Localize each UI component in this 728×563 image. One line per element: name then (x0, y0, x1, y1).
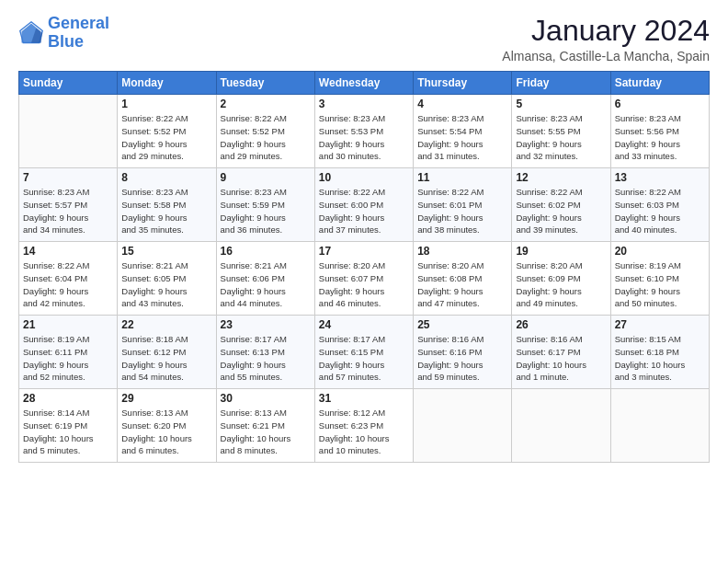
day-number: 23 (221, 318, 311, 331)
day-number: 30 (221, 392, 311, 405)
day-number: 4 (417, 98, 507, 110)
day-cell: 22Sunrise: 8:18 AM Sunset: 6:12 PM Dayli… (118, 316, 216, 389)
week-row-1: 1Sunrise: 8:22 AM Sunset: 5:52 PM Daylig… (19, 95, 710, 168)
col-saturday: Saturday (610, 72, 709, 95)
day-number: 22 (121, 318, 211, 331)
day-info: Sunrise: 8:23 AM Sunset: 5:53 PM Dayligh… (319, 112, 409, 163)
day-info: Sunrise: 8:23 AM Sunset: 5:59 PM Dayligh… (221, 186, 311, 236)
day-number: 7 (23, 171, 113, 184)
day-cell: 1Sunrise: 8:22 AM Sunset: 5:52 PM Daylig… (118, 95, 216, 168)
day-cell: 28Sunrise: 8:14 AM Sunset: 6:19 PM Dayli… (19, 389, 118, 463)
day-number: 15 (121, 245, 211, 258)
day-info: Sunrise: 8:22 AM Sunset: 6:01 PM Dayligh… (417, 186, 507, 236)
day-number: 16 (221, 245, 311, 258)
page: General Blue January 2024 Almansa, Casti… (0, 0, 728, 472)
day-cell: 18Sunrise: 8:20 AM Sunset: 6:08 PM Dayli… (414, 242, 512, 316)
day-number: 25 (417, 318, 507, 331)
day-number: 18 (417, 245, 507, 258)
day-cell: 30Sunrise: 8:13 AM Sunset: 6:21 PM Dayli… (216, 389, 314, 463)
day-cell: 31Sunrise: 8:12 AM Sunset: 6:23 PM Dayli… (314, 389, 413, 463)
day-info: Sunrise: 8:21 AM Sunset: 6:05 PM Dayligh… (121, 259, 211, 310)
day-info: Sunrise: 8:18 AM Sunset: 6:12 PM Dayligh… (121, 333, 211, 384)
week-row-3: 14Sunrise: 8:22 AM Sunset: 6:04 PM Dayli… (19, 242, 710, 316)
col-sunday: Sunday (19, 72, 118, 95)
day-number: 2 (221, 98, 311, 110)
day-cell: 14Sunrise: 8:22 AM Sunset: 6:04 PM Dayli… (19, 242, 118, 316)
day-info: Sunrise: 8:17 AM Sunset: 6:15 PM Dayligh… (319, 333, 409, 384)
day-info: Sunrise: 8:13 AM Sunset: 6:21 PM Dayligh… (221, 407, 311, 457)
day-cell: 12Sunrise: 8:22 AM Sunset: 6:02 PM Dayli… (512, 168, 610, 242)
day-info: Sunrise: 8:22 AM Sunset: 6:00 PM Dayligh… (319, 186, 409, 236)
day-cell: 5Sunrise: 8:23 AM Sunset: 5:55 PM Daylig… (512, 95, 610, 168)
day-cell: 4Sunrise: 8:23 AM Sunset: 5:54 PM Daylig… (414, 95, 512, 168)
day-number: 8 (121, 171, 211, 184)
day-number: 20 (615, 245, 705, 258)
day-info: Sunrise: 8:16 AM Sunset: 6:16 PM Dayligh… (417, 333, 507, 384)
day-cell: 13Sunrise: 8:22 AM Sunset: 6:03 PM Dayli… (610, 168, 709, 242)
day-info: Sunrise: 8:12 AM Sunset: 6:23 PM Dayligh… (319, 407, 409, 457)
week-row-2: 7Sunrise: 8:23 AM Sunset: 5:57 PM Daylig… (19, 168, 710, 242)
day-number: 21 (23, 318, 113, 331)
day-cell: 2Sunrise: 8:22 AM Sunset: 5:52 PM Daylig… (216, 95, 314, 168)
day-cell: 10Sunrise: 8:22 AM Sunset: 6:00 PM Dayli… (314, 168, 413, 242)
week-row-5: 28Sunrise: 8:14 AM Sunset: 6:19 PM Dayli… (19, 389, 710, 463)
day-info: Sunrise: 8:22 AM Sunset: 6:04 PM Dayligh… (23, 259, 113, 310)
day-info: Sunrise: 8:22 AM Sunset: 6:03 PM Dayligh… (615, 186, 705, 236)
day-number: 26 (516, 318, 606, 331)
day-info: Sunrise: 8:13 AM Sunset: 6:20 PM Dayligh… (121, 407, 211, 457)
day-number: 17 (319, 245, 409, 258)
day-info: Sunrise: 8:23 AM Sunset: 5:55 PM Dayligh… (516, 112, 606, 163)
day-cell: 20Sunrise: 8:19 AM Sunset: 6:10 PM Dayli… (610, 242, 709, 316)
day-info: Sunrise: 8:22 AM Sunset: 6:02 PM Dayligh… (516, 186, 606, 236)
month-title: January 2024 (502, 15, 710, 47)
day-number: 9 (221, 171, 311, 184)
day-info: Sunrise: 8:23 AM Sunset: 5:57 PM Dayligh… (23, 186, 113, 236)
day-cell: 8Sunrise: 8:23 AM Sunset: 5:58 PM Daylig… (118, 168, 216, 242)
day-number: 29 (121, 392, 211, 405)
day-number: 31 (319, 392, 409, 405)
day-cell: 26Sunrise: 8:16 AM Sunset: 6:17 PM Dayli… (512, 316, 610, 389)
week-row-4: 21Sunrise: 8:19 AM Sunset: 6:11 PM Dayli… (19, 316, 710, 389)
day-info: Sunrise: 8:20 AM Sunset: 6:07 PM Dayligh… (319, 259, 409, 310)
day-number: 27 (615, 318, 705, 331)
day-cell: 19Sunrise: 8:20 AM Sunset: 6:09 PM Dayli… (512, 242, 610, 316)
day-number: 19 (516, 245, 606, 258)
day-cell (610, 389, 709, 463)
day-info: Sunrise: 8:20 AM Sunset: 6:09 PM Dayligh… (516, 259, 606, 310)
day-number: 13 (615, 171, 705, 184)
day-info: Sunrise: 8:21 AM Sunset: 6:06 PM Dayligh… (221, 259, 311, 310)
header: General Blue January 2024 Almansa, Casti… (18, 15, 710, 63)
day-info: Sunrise: 8:15 AM Sunset: 6:18 PM Dayligh… (615, 333, 705, 384)
day-number: 1 (121, 98, 211, 110)
day-number: 3 (319, 98, 409, 110)
day-number: 12 (516, 171, 606, 184)
title-block: January 2024 Almansa, Castille-La Mancha… (502, 15, 710, 63)
day-cell (512, 389, 610, 463)
col-tuesday: Tuesday (216, 72, 314, 95)
day-cell: 3Sunrise: 8:23 AM Sunset: 5:53 PM Daylig… (314, 95, 413, 168)
day-info: Sunrise: 8:20 AM Sunset: 6:08 PM Dayligh… (417, 259, 507, 310)
col-wednesday: Wednesday (314, 72, 413, 95)
day-cell: 29Sunrise: 8:13 AM Sunset: 6:20 PM Dayli… (118, 389, 216, 463)
day-cell (414, 389, 512, 463)
day-info: Sunrise: 8:14 AM Sunset: 6:19 PM Dayligh… (23, 407, 113, 457)
day-cell: 21Sunrise: 8:19 AM Sunset: 6:11 PM Dayli… (19, 316, 118, 389)
day-number: 5 (516, 98, 606, 110)
day-cell: 9Sunrise: 8:23 AM Sunset: 5:59 PM Daylig… (216, 168, 314, 242)
day-info: Sunrise: 8:22 AM Sunset: 5:52 PM Dayligh… (221, 112, 311, 163)
day-cell: 11Sunrise: 8:22 AM Sunset: 6:01 PM Dayli… (414, 168, 512, 242)
day-info: Sunrise: 8:19 AM Sunset: 6:11 PM Dayligh… (23, 333, 113, 384)
day-cell: 16Sunrise: 8:21 AM Sunset: 6:06 PM Dayli… (216, 242, 314, 316)
calendar-table: Sunday Monday Tuesday Wednesday Thursday… (18, 71, 710, 463)
col-friday: Friday (512, 72, 610, 95)
day-number: 24 (319, 318, 409, 331)
day-info: Sunrise: 8:23 AM Sunset: 5:54 PM Dayligh… (417, 112, 507, 163)
day-info: Sunrise: 8:19 AM Sunset: 6:10 PM Dayligh… (615, 259, 705, 310)
day-info: Sunrise: 8:17 AM Sunset: 6:13 PM Dayligh… (221, 333, 311, 384)
day-info: Sunrise: 8:16 AM Sunset: 6:17 PM Dayligh… (516, 333, 606, 384)
day-info: Sunrise: 8:23 AM Sunset: 5:56 PM Dayligh… (615, 112, 705, 163)
day-number: 14 (23, 245, 113, 258)
day-cell: 25Sunrise: 8:16 AM Sunset: 6:16 PM Dayli… (414, 316, 512, 389)
day-cell: 6Sunrise: 8:23 AM Sunset: 5:56 PM Daylig… (610, 95, 709, 168)
header-row: Sunday Monday Tuesday Wednesday Thursday… (19, 72, 710, 95)
